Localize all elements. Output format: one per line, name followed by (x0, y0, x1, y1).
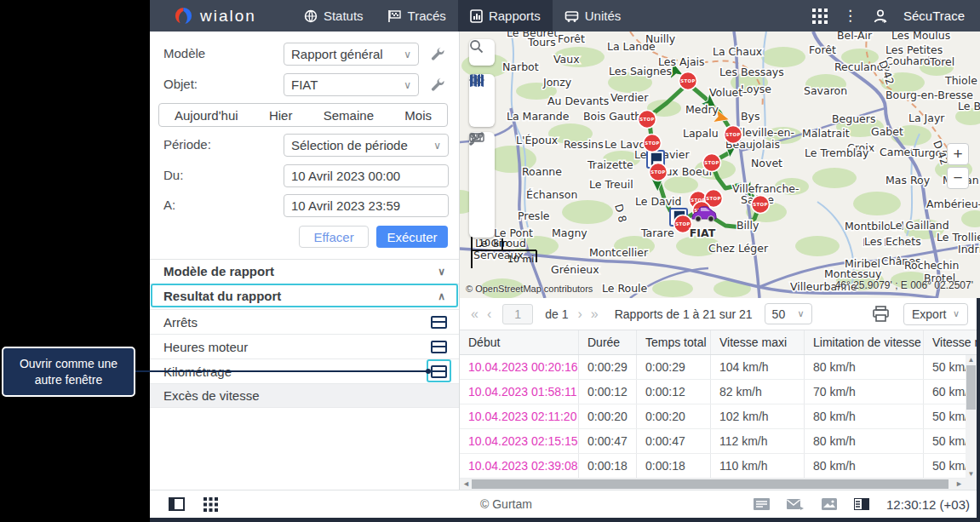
username[interactable]: SécuTrace (903, 9, 965, 23)
map-layers-button[interactable] (469, 100, 495, 127)
flag-icon (387, 9, 402, 23)
panel-mode-icon[interactable] (854, 498, 869, 510)
rows-summary: Rapports de 1 à 21 sur 21 (615, 307, 753, 321)
map-expand-button[interactable] (469, 211, 495, 238)
page-size-select[interactable]: 50 ∨ (765, 303, 812, 324)
column-header[interactable]: Limitation de vitesse (805, 330, 924, 354)
to-value: 10 Avril 2023 23:59 (291, 198, 400, 213)
cell-start-time[interactable]: 10.04.2023 02:39:08 (460, 454, 579, 478)
tab-rapports[interactable]: Rapports (458, 0, 553, 32)
next-page-button[interactable]: › (573, 307, 586, 322)
bottom-apps-grid-icon[interactable] (203, 497, 218, 512)
cell-value: 110 km/h (711, 454, 805, 478)
range-today[interactable]: Aujourd'hui (175, 108, 238, 123)
template-settings-wrench-icon[interactable] (430, 46, 445, 61)
open-window-icon[interactable] (431, 316, 447, 329)
horizontal-scroll-thumb[interactable] (472, 479, 948, 489)
horizontal-scrollbar[interactable]: ◄ ► (460, 479, 980, 490)
scroll-up-arrow[interactable]: ▲ (966, 356, 977, 364)
map-search-button[interactable] (469, 39, 495, 66)
user-icon[interactable] (873, 9, 888, 24)
cell-value: 0:00:47 (579, 429, 637, 453)
column-header[interactable]: Durée (579, 330, 637, 354)
result-item-heures-moteur[interactable]: Heures moteur (150, 334, 459, 359)
stop-marker-icon[interactable]: STOP (703, 154, 721, 172)
map-place-label: Medry (685, 103, 719, 116)
vertical-scrollbar[interactable]: ▲ ▼ (966, 355, 977, 479)
range-yesterday[interactable]: Hier (269, 108, 293, 123)
map-track-button[interactable] (469, 158, 495, 185)
section-report-template[interactable]: Modèle de rapport ∨ (150, 259, 459, 283)
tooltip-text: Ouvrir comme une (20, 356, 117, 372)
map-canvas[interactable]: Le BeuretToursForêtLa LandeNuillyVauxLes… (460, 32, 980, 298)
print-icon[interactable] (872, 306, 890, 322)
section-report-result[interactable]: Resultat du rapport ∧ (150, 284, 459, 307)
map-place-label: Indrieux (958, 243, 980, 255)
table-row[interactable]: 10.04.2023 02:15:150:00:470:00:47112 km/… (460, 429, 980, 454)
cell-start-time[interactable]: 10.04.2023 00:20:16 (460, 355, 579, 379)
right-panel: Le BeuretToursForêtLa LandeNuillyVauxLes… (460, 32, 980, 490)
stop-marker-icon[interactable]: STOP (679, 72, 697, 90)
page-number-input[interactable]: 1 (502, 304, 533, 324)
map-place-label: La Chaux (713, 45, 762, 58)
map-search-group (469, 39, 495, 66)
period-select[interactable]: Sélection de période ∨ (284, 134, 449, 157)
tab-traces[interactable]: Tracés (375, 0, 458, 32)
cell-start-time[interactable]: 10.04.2023 02:11:20 (460, 404, 579, 428)
messages-icon[interactable] (754, 498, 770, 510)
map-place-label: Les Bessays (719, 66, 784, 78)
table-row[interactable]: 10.04.2023 02:11:200:00:200:00:20102 km/… (460, 404, 980, 429)
more-menu-icon[interactable]: ⋮ (843, 12, 857, 20)
stop-marker-icon[interactable]: STOP (752, 196, 770, 214)
window-right-border (977, 298, 980, 518)
execute-button[interactable]: Exécuter (376, 226, 448, 248)
wialon-logo[interactable]: wialon (174, 6, 256, 26)
prev-page-button[interactable]: ‹ (483, 307, 496, 322)
vertical-scroll-thumb[interactable] (966, 365, 976, 410)
mail-notification-icon[interactable] (787, 498, 805, 511)
from-date-input[interactable]: 10 Avril 2023 00:00 (284, 164, 449, 187)
map-place-label: La Marande (507, 110, 570, 123)
template-select[interactable]: Rapport général ∨ (284, 43, 419, 66)
scroll-left-arrow[interactable]: ◄ (462, 479, 470, 490)
object-select[interactable]: FIAT ∨ (284, 73, 419, 96)
range-week[interactable]: Semaine (324, 108, 374, 123)
column-header[interactable]: Temps total (637, 330, 711, 354)
object-settings-wrench-icon[interactable] (430, 77, 445, 92)
table-row[interactable]: 10.04.2023 00:20:160:00:290:00:29104 km/… (460, 355, 980, 380)
column-header[interactable]: Début (460, 330, 579, 354)
cell-start-time[interactable]: 10.04.2023 01:58:11 (460, 380, 579, 404)
cell-start-time[interactable]: 10.04.2023 02:15:15 (460, 429, 579, 453)
scroll-down-arrow[interactable]: ▼ (966, 470, 977, 478)
first-page-button[interactable]: « (467, 307, 483, 322)
zoom-out-button[interactable]: − (947, 167, 969, 189)
table-row[interactable]: 10.04.2023 01:58:110:00:120:00:1282 km/h… (460, 380, 980, 404)
export-button[interactable]: Export ∨ (903, 303, 968, 325)
tab-statuts[interactable]: Statuts (292, 0, 375, 32)
stop-marker-icon[interactable]: STOP (725, 126, 742, 144)
column-header[interactable]: Vitesse maxi (711, 330, 805, 354)
clear-button[interactable]: Effacer (299, 226, 369, 248)
toggle-panel-icon[interactable] (169, 497, 185, 511)
scroll-right-arrow[interactable]: ► (955, 479, 963, 490)
last-page-button[interactable]: » (587, 307, 603, 322)
apps-grid-icon[interactable] (812, 9, 828, 24)
stop-marker-icon[interactable]: STOP (639, 111, 656, 129)
map-nodes-button[interactable] (469, 185, 495, 211)
cell-value: 0:00:18 (637, 454, 711, 478)
tab-unites[interactable]: Unités (553, 0, 633, 32)
report-icon (470, 9, 483, 23)
table-row[interactable]: 10.04.2023 02:39:080:00:180:00:18110 km/… (460, 454, 980, 479)
map-place-label: Le Roule (602, 282, 648, 295)
column-header[interactable]: Vitesse moyenne (924, 330, 980, 354)
zoom-in-button[interactable]: + (947, 143, 969, 165)
stop-marker-icon[interactable]: STOP (650, 163, 668, 181)
open-window-icon[interactable] (431, 341, 447, 353)
to-date-input[interactable]: 10 Avril 2023 23:59 (284, 194, 449, 217)
result-item-arrets[interactable]: Arrêts (150, 309, 459, 334)
image-icon[interactable] (822, 498, 837, 510)
result-item-exces-vitesse[interactable]: Excès de vitesse (150, 383, 459, 408)
map-place-label: Le Treuil (589, 178, 633, 191)
stop-marker-icon[interactable]: STOP (644, 135, 662, 152)
range-month[interactable]: Mois (404, 108, 432, 123)
